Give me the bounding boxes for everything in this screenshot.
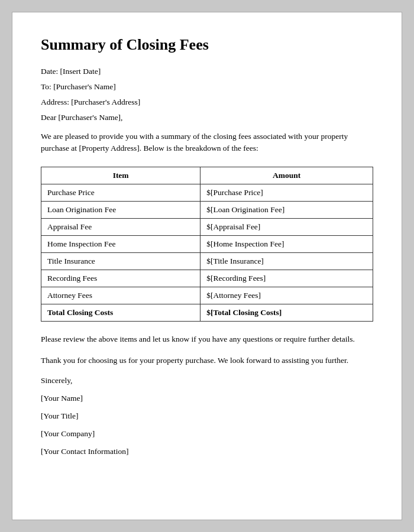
fees-table: Item Amount Purchase Price$[Purchase Pri… (41, 167, 373, 322)
table-row: Recording Fees$[Recording Fees] (41, 270, 373, 287)
footer-paragraph-1: Please review the above items and let us… (41, 333, 373, 345)
table-cell-amount: $[Title Insurance] (200, 252, 373, 270)
table-row: Loan Origination Fee$[Loan Origination F… (41, 201, 373, 218)
table-cell-item: Home Inspection Fee (41, 235, 200, 252)
table-cell-item: Purchase Price (41, 184, 200, 201)
footer-paragraph-2: Thank you for choosing us for your prope… (41, 355, 373, 366)
date-line: Date: [Insert Date] (41, 67, 373, 76)
document-title: Summary of Closing Fees (41, 36, 373, 54)
table-cell-item: Loan Origination Fee (41, 201, 200, 218)
signature-block: Sincerely, [Your Name] [Your Title] [You… (41, 376, 373, 456)
signer-contact: [Your Contact Information] (41, 447, 373, 456)
column-header-item: Item (41, 167, 200, 184)
table-cell-amount: $[Recording Fees] (200, 270, 373, 287)
table-row: Appraisal Fee$[Appraisal Fee] (41, 218, 373, 235)
table-cell-amount: $[Appraisal Fee] (200, 218, 373, 235)
signer-title: [Your Title] (41, 411, 373, 421)
table-cell-amount: $[Attorney Fees] (200, 287, 373, 304)
table-row: Attorney Fees$[Attorney Fees] (41, 287, 373, 304)
table-cell-item: Recording Fees (41, 270, 200, 287)
table-cell-item: Attorney Fees (41, 287, 200, 304)
table-cell-item: Appraisal Fee (41, 218, 200, 235)
table-total-item-label: Total Closing Costs (41, 304, 200, 321)
table-cell-amount: $[Loan Origination Fee] (200, 201, 373, 218)
signer-name: [Your Name] (41, 394, 373, 403)
table-cell-item: Title Insurance (41, 252, 200, 270)
table-cell-amount: $[Purchase Price] (200, 184, 373, 201)
intro-paragraph: We are pleased to provide you with a sum… (41, 131, 373, 155)
table-cell-amount: $[Home Inspection Fee] (200, 235, 373, 252)
table-row: Home Inspection Fee$[Home Inspection Fee… (41, 235, 373, 252)
closing-salutation: Sincerely, (41, 376, 373, 385)
table-total-amount-value: $[Total Closing Costs] (200, 304, 373, 321)
table-total-row: Total Closing Costs$[Total Closing Costs… (41, 304, 373, 321)
table-header-row: Item Amount (41, 167, 373, 184)
address-line: Address: [Purchaser's Address] (41, 98, 373, 107)
greeting-line: Dear [Purchaser's Name], (41, 113, 373, 122)
to-line: To: [Purchaser's Name] (41, 82, 373, 92)
signer-company: [Your Company] (41, 429, 373, 439)
table-row: Purchase Price$[Purchase Price] (41, 184, 373, 201)
table-row: Title Insurance$[Title Insurance] (41, 252, 373, 270)
column-header-amount: Amount (200, 167, 373, 184)
document-page: Summary of Closing Fees Date: [Insert Da… (12, 12, 402, 520)
